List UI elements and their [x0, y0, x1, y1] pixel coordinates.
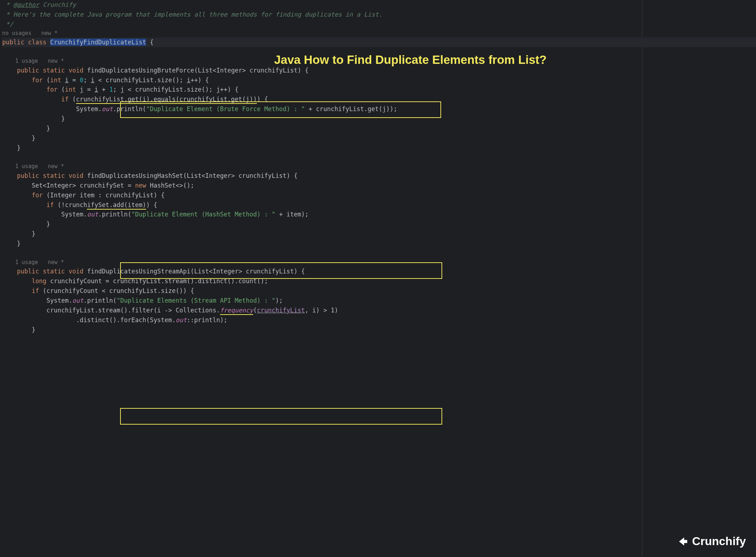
comment-close: */: [2, 19, 756, 29]
code-line[interactable]: }: [2, 124, 756, 133]
code-line[interactable]: }: [2, 114, 756, 124]
code-line[interactable]: for (int j = i + 1; j < crunchifyList.si…: [2, 85, 756, 95]
blank-line: [2, 249, 756, 258]
code-line[interactable]: if (crunchifyList.get(i).equals(crunchif…: [2, 95, 756, 104]
code-line[interactable]: if (!crunchifySet.add(item)) {: [2, 200, 756, 210]
class-name[interactable]: CrunchifyFindDuplicateList: [50, 39, 146, 46]
author-name: Crunchify: [43, 1, 76, 8]
logo-icon: [677, 535, 689, 548]
blank-line: [2, 153, 756, 162]
highlight-box: [120, 408, 442, 425]
comment-line: * @author Crunchify: [2, 0, 756, 10]
code-line[interactable]: long crunchifyCount = crunchifyList.stre…: [2, 276, 756, 286]
method-declaration[interactable]: public static void findDuplicatesUsingSt…: [2, 267, 756, 276]
javadoc-author-tag: @author: [13, 1, 39, 8]
code-line[interactable]: crunchifyList.stream().filter(i -> Colle…: [2, 306, 756, 315]
code-line[interactable]: for (int i = 0; i < crunchifyList.size()…: [2, 75, 756, 85]
code-line[interactable]: for (Integer item : crunchifyList) {: [2, 190, 756, 200]
code-line[interactable]: if (crunchifyCount < crunchifyList.size(…: [2, 286, 756, 296]
class-declaration[interactable]: public class CrunchifyFindDuplicateList …: [2, 38, 756, 47]
logo-text: Crunchify: [692, 532, 746, 551]
code-line[interactable]: }: [2, 219, 756, 229]
method-name: findDuplicatesUsingStreamApi: [87, 268, 191, 275]
method-name: findDuplicatesUsingHashSet: [87, 172, 183, 179]
usage-hint[interactable]: 1 usage new *: [2, 162, 756, 171]
code-line[interactable]: }: [2, 239, 756, 249]
code-line[interactable]: Set<Integer> crunchifySet = new HashSet<…: [2, 181, 756, 190]
method-declaration[interactable]: public static void findDuplicatesUsingHa…: [2, 171, 756, 181]
crunchify-logo: Crunchify: [677, 532, 746, 551]
code-line[interactable]: System.out.println("Duplicate Element (H…: [2, 210, 756, 219]
method-name: findDuplicatesUsingBruteForce: [87, 67, 194, 74]
code-line[interactable]: }: [2, 133, 756, 143]
code-line[interactable]: }: [2, 143, 756, 153]
comment-text: Here's the complete Java program that im…: [13, 11, 383, 18]
code-line[interactable]: }: [2, 325, 756, 335]
code-line[interactable]: }: [2, 229, 756, 239]
comment-line: * Here's the complete Java program that …: [2, 10, 756, 19]
title-annotation: Java How to Find Duplicate Elements from…: [274, 51, 546, 69]
code-line[interactable]: System.out.println("Duplicate Elements (…: [2, 296, 756, 306]
usage-hint[interactable]: no usages new *: [2, 29, 756, 38]
code-line[interactable]: .distinct().forEach(System.out::println)…: [2, 315, 756, 325]
code-line[interactable]: System.out.println("Duplicate Element (B…: [2, 104, 756, 114]
usage-hint[interactable]: 1 usage new *: [2, 258, 756, 267]
